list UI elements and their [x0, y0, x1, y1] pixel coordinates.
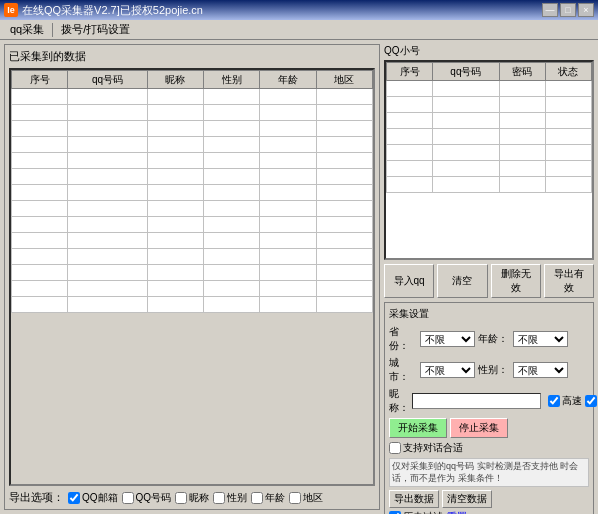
import-qq-button[interactable]: 导入qq: [384, 264, 434, 298]
province-label: 省份：: [389, 325, 417, 353]
export-qq-checkbox[interactable]: [122, 492, 134, 504]
table-row: [12, 105, 373, 121]
settings-box: 采集设置 省份： 不限 年龄： 不限 城市： 不限 性别：: [384, 302, 594, 514]
col-qq: qq号码: [68, 71, 147, 89]
table-row: [12, 281, 373, 297]
stop-collect-button[interactable]: 停止采集: [450, 418, 508, 438]
nickname-input[interactable]: [412, 393, 541, 409]
history-filter-label: 历史过滤: [389, 510, 443, 514]
table-row: [387, 129, 592, 145]
support-dialog-label: 支持对话合适: [389, 441, 463, 455]
menu-bar: qq采集 拨号/打码设置: [0, 20, 598, 40]
export-region-text: 地区: [303, 491, 323, 505]
nickname-label: 昵称：: [389, 387, 409, 415]
clear-button[interactable]: 清空: [437, 264, 487, 298]
export-email-label: QQ邮箱: [68, 491, 118, 505]
settings-row-nickname: 昵称： 高速 在线QQ: [389, 387, 589, 415]
close-button[interactable]: ×: [578, 3, 594, 17]
gender-select[interactable]: 不限: [513, 362, 568, 378]
minimize-button[interactable]: —: [542, 3, 558, 17]
export-gender-label: 性别: [213, 491, 247, 505]
export-options-label: 导出选项：: [9, 490, 64, 505]
col-region: 地区: [316, 71, 372, 89]
speed-text: 高速: [562, 394, 582, 408]
export-age-text: 年龄: [265, 491, 285, 505]
qq-small-tbody: [387, 81, 592, 193]
collected-data-tbody: [12, 89, 373, 313]
city-label: 城市：: [389, 356, 417, 384]
age-label: 年龄：: [478, 332, 510, 346]
qq-action-buttons: 导入qq 清空 删除无效 导出有效: [384, 264, 594, 298]
export-email-checkbox[interactable]: [68, 492, 80, 504]
export-gender-text: 性别: [227, 491, 247, 505]
settings-title: 采集设置: [389, 307, 589, 321]
qq-small-table: 序号 qq号码 密码 状态: [386, 62, 592, 193]
table-row: [387, 97, 592, 113]
left-panel-title: 已采集到的数据: [9, 49, 375, 64]
table-row: [12, 121, 373, 137]
table-row: [12, 265, 373, 281]
table-row: [12, 201, 373, 217]
collected-data-table-wrapper: 序号 qq号码 昵称 性别 年龄 地区: [9, 68, 375, 486]
support-dialog-checkbox[interactable]: [389, 442, 401, 454]
settings-row-province-age: 省份： 不限 年龄： 不限: [389, 325, 589, 353]
export-age-label: 年龄: [251, 491, 285, 505]
online-checkbox[interactable]: [585, 395, 597, 407]
table-row: [387, 161, 592, 177]
col-seq2: 序号: [387, 63, 433, 81]
clear-data-button[interactable]: 清空数据: [442, 490, 492, 508]
speed-label: 高速: [548, 394, 582, 408]
start-collect-button[interactable]: 开始采集: [389, 418, 447, 438]
export-valid-button[interactable]: 导出有效: [544, 264, 594, 298]
export-nick-text: 昵称: [189, 491, 209, 505]
export-age-checkbox[interactable]: [251, 492, 263, 504]
table-row: [12, 185, 373, 201]
export-nick-checkbox[interactable]: [175, 492, 187, 504]
delete-invalid-button[interactable]: 删除无效: [491, 264, 541, 298]
speed-checkbox[interactable]: [548, 395, 560, 407]
col-age: 年龄: [260, 71, 316, 89]
age-select[interactable]: 不限: [513, 331, 568, 347]
col-seq: 序号: [12, 71, 68, 89]
maximize-button[interactable]: □: [560, 3, 576, 17]
export-gender-checkbox[interactable]: [213, 492, 225, 504]
menu-separator: [52, 23, 53, 37]
col-nick: 昵称: [147, 71, 203, 89]
table-row: [12, 169, 373, 185]
col-qq2: qq号码: [433, 63, 500, 81]
table-row: [12, 137, 373, 153]
menu-dialup[interactable]: 拨号/打码设置: [55, 20, 136, 39]
export-data-button[interactable]: 导出数据: [389, 490, 439, 508]
qq-small-title: QQ小号: [384, 44, 594, 58]
export-region-checkbox[interactable]: [289, 492, 301, 504]
province-select[interactable]: 不限: [420, 331, 475, 347]
note-text: 仅对采集到的qq号码 实时检测是否支持他 时会话，而不是作为 采集条件！: [389, 458, 589, 487]
col-gender: 性别: [204, 71, 260, 89]
export-email-text: QQ邮箱: [82, 491, 118, 505]
history-filter-row: 历史过滤 重置: [389, 510, 589, 514]
window-title: 在线QQ采集器V2.7]已授权52pojie.cn: [22, 3, 203, 18]
support-row: 支持对话合适: [389, 441, 589, 455]
left-panel: 已采集到的数据 序号 qq号码 昵称 性别 年龄 地区: [4, 44, 380, 510]
export-qq-text: QQ号码: [136, 491, 172, 505]
export-region-label: 地区: [289, 491, 323, 505]
data-btns-row: 导出数据 清空数据: [389, 490, 589, 508]
city-select[interactable]: 不限: [420, 362, 475, 378]
table-row: [12, 153, 373, 169]
export-nick-label: 昵称: [175, 491, 209, 505]
menu-collect[interactable]: qq采集: [4, 20, 50, 39]
online-label: 在线QQ: [585, 394, 598, 408]
col-pwd: 密码: [499, 63, 545, 81]
qq-small-table-wrapper: 序号 qq号码 密码 状态: [384, 60, 594, 260]
export-options-row: 导出选项： QQ邮箱 QQ号码 昵称 性别 年龄: [9, 490, 375, 505]
col-status: 状态: [545, 63, 591, 81]
table-row: [387, 81, 592, 97]
export-qq-label: QQ号码: [122, 491, 172, 505]
support-dialog-text: 支持对话合适: [403, 441, 463, 455]
right-panel: QQ小号 序号 qq号码 密码 状态: [384, 44, 594, 510]
history-filter-text: 历史过滤: [403, 510, 443, 514]
table-row: [12, 249, 373, 265]
table-row: [12, 297, 373, 313]
title-bar-left: Ie 在线QQ采集器V2.7]已授权52pojie.cn: [4, 3, 203, 18]
reset-link[interactable]: 重置: [447, 510, 467, 514]
